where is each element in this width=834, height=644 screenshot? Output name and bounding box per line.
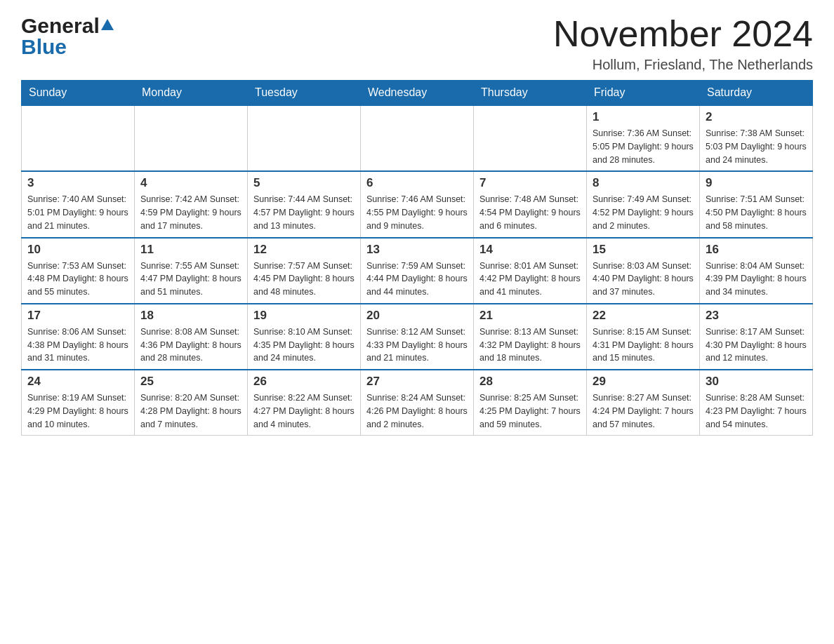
calendar-cell: 18Sunrise: 8:08 AM Sunset: 4:36 PM Dayli… — [135, 304, 248, 370]
day-info: Sunrise: 8:03 AM Sunset: 4:40 PM Dayligh… — [593, 260, 694, 299]
day-info: Sunrise: 8:27 AM Sunset: 4:24 PM Dayligh… — [593, 391, 694, 431]
day-number: 8 — [593, 176, 694, 190]
calendar-cell: 3Sunrise: 7:40 AM Sunset: 5:01 PM Daylig… — [22, 171, 135, 237]
logo-blue-text: Blue — [21, 35, 67, 59]
day-number: 14 — [479, 243, 581, 257]
day-number: 23 — [706, 309, 807, 323]
col-header-saturday: Saturday — [700, 81, 813, 106]
day-info: Sunrise: 8:22 AM Sunset: 4:27 PM Dayligh… — [253, 391, 355, 431]
calendar-cell: 14Sunrise: 8:01 AM Sunset: 4:42 PM Dayli… — [474, 238, 587, 304]
week-row-5: 24Sunrise: 8:19 AM Sunset: 4:29 PM Dayli… — [22, 370, 813, 436]
calendar-cell: 10Sunrise: 7:53 AM Sunset: 4:48 PM Dayli… — [22, 238, 135, 304]
col-header-friday: Friday — [587, 81, 700, 106]
month-title: November 2024 — [553, 14, 813, 54]
page-header: General Blue November 2024 Hollum, Fries… — [21, 14, 813, 73]
day-info: Sunrise: 8:10 AM Sunset: 4:35 PM Dayligh… — [253, 326, 355, 365]
day-info: Sunrise: 8:12 AM Sunset: 4:33 PM Dayligh… — [366, 326, 468, 365]
day-info: Sunrise: 7:57 AM Sunset: 4:45 PM Dayligh… — [253, 260, 355, 299]
day-info: Sunrise: 8:13 AM Sunset: 4:32 PM Dayligh… — [479, 326, 581, 365]
day-number: 26 — [253, 375, 355, 389]
calendar-cell: 4Sunrise: 7:42 AM Sunset: 4:59 PM Daylig… — [135, 171, 248, 237]
day-info: Sunrise: 7:48 AM Sunset: 4:54 PM Dayligh… — [479, 193, 581, 232]
day-number: 27 — [366, 375, 468, 389]
day-number: 2 — [706, 110, 807, 124]
calendar-cell: 12Sunrise: 7:57 AM Sunset: 4:45 PM Dayli… — [248, 238, 361, 304]
day-number: 29 — [593, 375, 694, 389]
day-info: Sunrise: 8:20 AM Sunset: 4:28 PM Dayligh… — [140, 391, 241, 431]
day-number: 30 — [706, 375, 807, 389]
calendar-cell: 9Sunrise: 7:51 AM Sunset: 4:50 PM Daylig… — [700, 171, 813, 237]
calendar-cell: 29Sunrise: 8:27 AM Sunset: 4:24 PM Dayli… — [587, 370, 700, 436]
calendar-cell: 21Sunrise: 8:13 AM Sunset: 4:32 PM Dayli… — [474, 304, 587, 370]
day-number: 11 — [140, 243, 241, 257]
day-number: 9 — [706, 176, 807, 190]
day-info: Sunrise: 8:01 AM Sunset: 4:42 PM Dayligh… — [479, 260, 581, 299]
day-info: Sunrise: 7:44 AM Sunset: 4:57 PM Dayligh… — [253, 193, 355, 232]
day-number: 18 — [140, 309, 241, 323]
calendar-cell: 2Sunrise: 7:38 AM Sunset: 5:03 PM Daylig… — [700, 105, 813, 171]
day-info: Sunrise: 7:36 AM Sunset: 5:05 PM Dayligh… — [593, 127, 694, 166]
calendar-cell — [474, 105, 587, 171]
col-header-monday: Monday — [135, 81, 248, 106]
calendar-cell: 30Sunrise: 8:28 AM Sunset: 4:23 PM Dayli… — [700, 370, 813, 436]
day-number: 25 — [140, 375, 241, 389]
day-info: Sunrise: 8:04 AM Sunset: 4:39 PM Dayligh… — [706, 260, 807, 299]
calendar-cell: 13Sunrise: 7:59 AM Sunset: 4:44 PM Dayli… — [361, 238, 474, 304]
col-header-thursday: Thursday — [474, 81, 587, 106]
calendar-cell — [248, 105, 361, 171]
day-info: Sunrise: 7:49 AM Sunset: 4:52 PM Dayligh… — [593, 193, 694, 232]
calendar-cell: 15Sunrise: 8:03 AM Sunset: 4:40 PM Dayli… — [587, 238, 700, 304]
day-info: Sunrise: 8:19 AM Sunset: 4:29 PM Dayligh… — [27, 391, 128, 431]
col-header-sunday: Sunday — [22, 81, 135, 106]
calendar-cell: 22Sunrise: 8:15 AM Sunset: 4:31 PM Dayli… — [587, 304, 700, 370]
calendar-cell: 5Sunrise: 7:44 AM Sunset: 4:57 PM Daylig… — [248, 171, 361, 237]
day-info: Sunrise: 7:55 AM Sunset: 4:47 PM Dayligh… — [140, 260, 241, 299]
col-header-tuesday: Tuesday — [248, 81, 361, 106]
day-number: 19 — [253, 309, 355, 323]
calendar-cell — [22, 105, 135, 171]
calendar-cell: 28Sunrise: 8:25 AM Sunset: 4:25 PM Dayli… — [474, 370, 587, 436]
calendar-cell: 16Sunrise: 8:04 AM Sunset: 4:39 PM Dayli… — [700, 238, 813, 304]
calendar-cell: 6Sunrise: 7:46 AM Sunset: 4:55 PM Daylig… — [361, 171, 474, 237]
day-number: 7 — [479, 176, 581, 190]
day-info: Sunrise: 7:51 AM Sunset: 4:50 PM Dayligh… — [706, 193, 807, 232]
calendar-cell: 25Sunrise: 8:20 AM Sunset: 4:28 PM Dayli… — [135, 370, 248, 436]
day-number: 28 — [479, 375, 581, 389]
day-info: Sunrise: 7:46 AM Sunset: 4:55 PM Dayligh… — [366, 193, 468, 232]
logo: General Blue — [21, 14, 114, 59]
logo-general-text: General — [21, 14, 100, 38]
day-info: Sunrise: 8:25 AM Sunset: 4:25 PM Dayligh… — [479, 391, 581, 431]
logo-triangle-icon — [101, 18, 114, 30]
day-info: Sunrise: 8:08 AM Sunset: 4:36 PM Dayligh… — [140, 326, 241, 365]
title-block: November 2024 Hollum, Friesland, The Net… — [553, 14, 813, 73]
day-number: 5 — [253, 176, 355, 190]
calendar-cell — [361, 105, 474, 171]
col-header-wednesday: Wednesday — [361, 81, 474, 106]
calendar-cell: 20Sunrise: 8:12 AM Sunset: 4:33 PM Dayli… — [361, 304, 474, 370]
day-info: Sunrise: 8:17 AM Sunset: 4:30 PM Dayligh… — [706, 326, 807, 365]
week-row-4: 17Sunrise: 8:06 AM Sunset: 4:38 PM Dayli… — [22, 304, 813, 370]
calendar-cell: 11Sunrise: 7:55 AM Sunset: 4:47 PM Dayli… — [135, 238, 248, 304]
calendar-cell: 17Sunrise: 8:06 AM Sunset: 4:38 PM Dayli… — [22, 304, 135, 370]
calendar-header: SundayMondayTuesdayWednesdayThursdayFrid… — [22, 81, 813, 106]
day-number: 17 — [27, 309, 128, 323]
day-number: 15 — [593, 243, 694, 257]
calendar-cell: 19Sunrise: 8:10 AM Sunset: 4:35 PM Dayli… — [248, 304, 361, 370]
calendar-cell: 8Sunrise: 7:49 AM Sunset: 4:52 PM Daylig… — [587, 171, 700, 237]
day-info: Sunrise: 7:42 AM Sunset: 4:59 PM Dayligh… — [140, 193, 241, 232]
day-number: 4 — [140, 176, 241, 190]
week-row-2: 3Sunrise: 7:40 AM Sunset: 5:01 PM Daylig… — [22, 171, 813, 237]
day-info: Sunrise: 7:38 AM Sunset: 5:03 PM Dayligh… — [706, 127, 807, 166]
week-row-1: 1Sunrise: 7:36 AM Sunset: 5:05 PM Daylig… — [22, 105, 813, 171]
day-info: Sunrise: 8:28 AM Sunset: 4:23 PM Dayligh… — [706, 391, 807, 431]
calendar-body: 1Sunrise: 7:36 AM Sunset: 5:05 PM Daylig… — [22, 105, 813, 436]
day-number: 21 — [479, 309, 581, 323]
day-info: Sunrise: 8:06 AM Sunset: 4:38 PM Dayligh… — [27, 326, 128, 365]
day-info: Sunrise: 8:15 AM Sunset: 4:31 PM Dayligh… — [593, 326, 694, 365]
day-number: 6 — [366, 176, 468, 190]
calendar-cell: 1Sunrise: 7:36 AM Sunset: 5:05 PM Daylig… — [587, 105, 700, 171]
day-info: Sunrise: 7:53 AM Sunset: 4:48 PM Dayligh… — [27, 260, 128, 299]
day-number: 24 — [27, 375, 128, 389]
day-number: 20 — [366, 309, 468, 323]
day-info: Sunrise: 8:24 AM Sunset: 4:26 PM Dayligh… — [366, 391, 468, 431]
